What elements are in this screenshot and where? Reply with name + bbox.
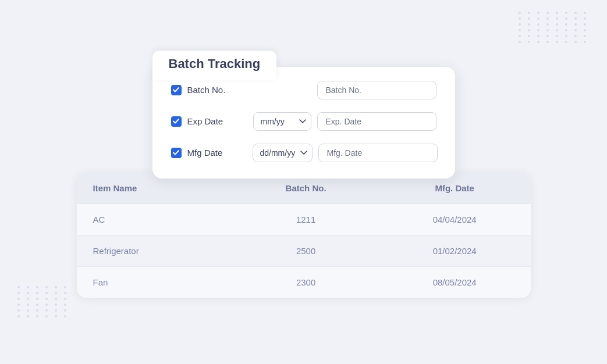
dot [64,309,66,312]
checkbox-batch-no[interactable] [171,85,182,95]
table-row: Fan230008/05/2024 [77,266,531,298]
dot [528,17,530,20]
dot [528,23,530,26]
field-row-mfg-date: Mfg Datedd/mm/yymm/dd/yyyy/mm/dd [171,144,436,162]
dot [64,304,66,306]
dot [584,23,586,26]
batch-no-cell: 2300 [233,266,379,298]
dot [556,23,558,26]
dot [584,29,586,31]
dot [55,286,57,288]
dot [45,298,48,300]
dot [45,304,48,306]
dot [45,315,48,317]
checkbox-mfg-date[interactable] [171,148,182,158]
dot [546,41,549,43]
dot [574,12,577,14]
dot [584,41,586,43]
dot [519,35,521,37]
field-label-batch-no: Batch No. [187,85,226,95]
batch-tracking-card: Batch Tracking Batch No.Exp Datemm/yymm/… [152,67,455,179]
dot [528,41,530,43]
dot [64,286,66,288]
dot [64,292,66,294]
checkbox-wrap-exp-date[interactable]: Exp Date [171,116,253,127]
dot [17,286,20,288]
table-section: Item NameBatch No.Mfg. Date AC121104/04/… [77,173,531,298]
table-row: Refrigerator250001/02/2024 [77,235,531,266]
dot [528,35,530,37]
dot [36,304,38,306]
dot [45,292,48,294]
dot [574,17,577,20]
dot [556,29,558,31]
batch-no-cell: 1211 [233,204,379,235]
checkbox-wrap-batch-no[interactable]: Batch No. [171,85,253,95]
checkbox-exp-date[interactable] [171,116,182,127]
dot [55,298,57,300]
dot [36,315,38,317]
dot [546,29,549,31]
batch-table: Item NameBatch No.Mfg. Date AC121104/04/… [77,173,531,298]
dot [27,298,29,300]
fields-container: Batch No.Exp Datemm/yymm/yyyyyy/mmMfg Da… [171,81,436,162]
dot [519,23,521,26]
dot [565,17,567,20]
page-title: Batch Tracking [169,56,261,72]
dot [537,17,539,20]
dot [546,17,549,20]
dot [537,12,539,14]
dot [584,35,586,37]
mfg-date-cell: 04/04/2024 [379,204,531,235]
field-label-mfg-date: Mfg Date [187,148,223,158]
dot [17,298,20,300]
dot [574,41,577,43]
date-format-select-exp-date[interactable]: mm/yymm/yyyyyy/mm [253,112,311,131]
main-container: Batch Tracking Batch No.Exp Datemm/yymm/… [77,67,531,298]
dot [565,12,567,14]
field-row-batch-no: Batch No. [171,81,436,99]
dot [574,23,577,26]
text-input-batch-no[interactable] [317,81,436,99]
dot [36,309,38,312]
dot [27,309,29,312]
dot [537,41,539,43]
dot [36,298,38,300]
date-format-select-mfg-date[interactable]: dd/mm/yymm/dd/yyyy/mm/dd [253,144,313,162]
dot [55,315,57,317]
dot [55,292,57,294]
item-name-cell: Refrigerator [77,235,233,266]
dot [17,309,20,312]
dot [556,35,558,37]
dot [546,12,549,14]
dot [528,29,530,31]
table-body: AC121104/04/2024Refrigerator250001/02/20… [77,204,531,298]
dot [519,29,521,31]
field-row-exp-date: Exp Datemm/yymm/yyyyyy/mm [171,112,436,131]
dot [64,315,66,317]
item-name-cell: AC [77,204,233,235]
field-label-exp-date: Exp Date [187,116,223,126]
card-title-pill: Batch Tracking [152,51,277,80]
dot [537,23,539,26]
dot [584,12,586,14]
dot [64,298,66,300]
dot [556,12,558,14]
dot [27,304,29,306]
dot [27,315,29,317]
dot [537,35,539,37]
text-input-mfg-date[interactable] [318,144,438,162]
batch-no-cell: 2500 [233,235,379,266]
dot [17,292,20,294]
dot [519,41,521,43]
checkbox-wrap-mfg-date[interactable]: Mfg Date [171,148,253,158]
dot [528,12,530,14]
dot [537,29,539,31]
dot [55,304,57,306]
dot [565,41,567,43]
text-input-exp-date[interactable] [317,112,436,131]
dot [45,309,48,312]
dot [17,304,20,306]
dot [565,23,567,26]
dot [546,23,549,26]
